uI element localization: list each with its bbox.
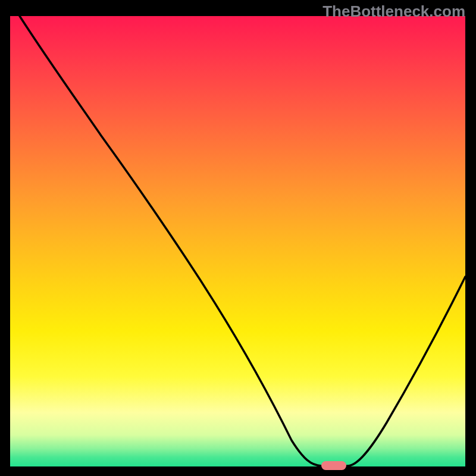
chart-container: TheBottleneck.com <box>0 0 476 476</box>
watermark-text: TheBottleneck.com <box>322 2 465 21</box>
plot-area <box>10 16 465 466</box>
